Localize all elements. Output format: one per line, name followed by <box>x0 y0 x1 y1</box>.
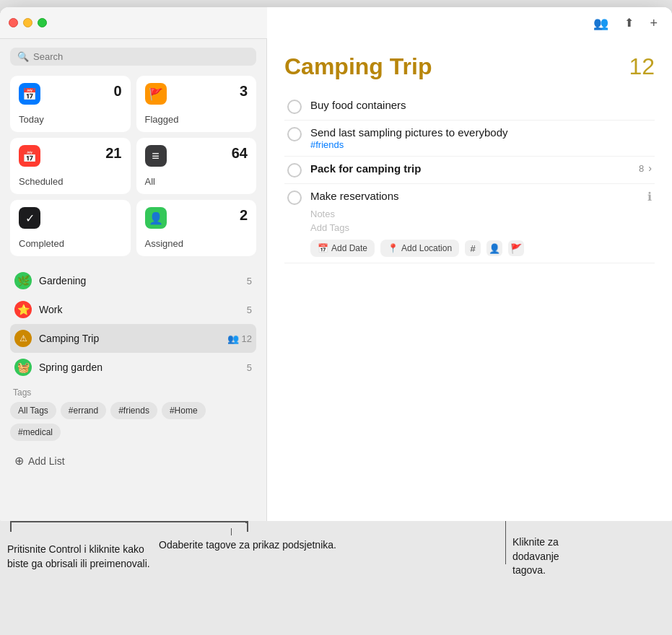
collab-icon-button[interactable]: 👥 <box>590 13 611 34</box>
flagged-count: 3 <box>240 83 248 100</box>
task-checkbox[interactable] <box>287 163 302 178</box>
search-bar[interactable]: 🔍 <box>10 48 256 66</box>
task-title: Pack for camping trip <box>310 162 639 175</box>
smart-list-scheduled[interactable]: 📅 21 Scheduled <box>10 138 131 194</box>
add-task-button[interactable]: + <box>647 13 660 34</box>
notes-field[interactable]: Notes <box>310 208 349 220</box>
assigned-count: 2 <box>240 207 248 224</box>
calendar-icon: 📅 <box>318 243 328 253</box>
share-icon: ⬆ <box>624 17 634 29</box>
smart-list-today[interactable]: 📅 0 Today <box>10 76 131 132</box>
scheduled-count: 21 <box>105 145 121 162</box>
bracket-left-line <box>10 521 12 532</box>
tag-home[interactable]: #Home <box>162 402 206 419</box>
plus-icon: + <box>650 16 658 30</box>
add-date-button[interactable]: 📅 Add Date <box>310 240 375 257</box>
location-icon: 📍 <box>388 243 398 253</box>
flagged-label: Flagged <box>145 114 248 125</box>
all-count: 64 <box>232 145 248 162</box>
smart-list-flagged[interactable]: 🚩 3 Flagged <box>136 76 257 132</box>
list-item-gardening[interactable]: 🌿 Gardening 5 <box>10 266 256 295</box>
search-input[interactable] <box>33 51 249 62</box>
smart-lists-grid: 📅 0 Today 🚩 3 Flagged 📅 21 <box>10 76 256 256</box>
list-item-camping-trip[interactable]: ⚠ Camping Trip 👥 12 <box>10 324 256 353</box>
all-icon: ≡ <box>145 145 167 167</box>
content-body: Camping Trip 12 Buy food containers Send… <box>267 39 672 527</box>
task-title: Buy food containers <box>310 99 652 111</box>
scheduled-label: Scheduled <box>19 176 122 187</box>
tag-medical[interactable]: #medical <box>10 424 61 441</box>
main-header: 👥 ⬆ + <box>267 7 672 39</box>
tag-all-tags[interactable]: All Tags <box>10 402 56 419</box>
task-list: Buy food containers Send last sampling p… <box>284 93 655 263</box>
chevron-right-icon: › <box>648 162 652 174</box>
tags-label: Tags <box>10 387 256 398</box>
task-item-expanded[interactable]: Make reservations ℹ Notes Add Tags 📅 <box>284 184 655 263</box>
work-label: Work <box>39 304 240 315</box>
add-date-label: Add Date <box>331 243 367 253</box>
minimize-button[interactable] <box>23 18 32 27</box>
person-2-icon: 👥 <box>593 17 608 30</box>
tag-friends[interactable]: #friends <box>110 402 157 419</box>
task-tag-link[interactable]: #friends <box>310 139 344 150</box>
main-window: 🔍 📅 0 Today 🚩 3 Flagged <box>0 7 672 527</box>
annotation-middle: Odaberite tagove za prikaz podsjetnika. <box>159 528 375 553</box>
task-checkbox[interactable] <box>287 100 302 114</box>
today-count: 0 <box>113 83 121 100</box>
maximize-button[interactable] <box>38 18 47 27</box>
list-item-spring-garden[interactable]: 🧺 Spring garden 5 <box>10 353 256 382</box>
sidebar: 🔍 📅 0 Today 🚩 3 Flagged <box>0 7 267 527</box>
task-expanded-fields: Notes Add Tags <box>310 208 349 234</box>
annotations-area: Pritisnite Control i kliknite kako biste… <box>0 521 672 635</box>
task-content: Buy food containers <box>310 99 652 111</box>
completed-label: Completed <box>19 238 122 249</box>
gardening-count: 5 <box>247 276 252 286</box>
add-list-label: Add List <box>28 455 65 467</box>
task-content: Make reservations <box>310 190 647 202</box>
tag-errand[interactable]: #errand <box>61 402 106 419</box>
tags-section: Tags All Tags #errand #friends #Home #me… <box>10 387 256 447</box>
list-title: Camping Trip <box>284 53 432 80</box>
all-label: All <box>145 176 248 187</box>
close-button[interactable] <box>9 18 18 27</box>
camping-trip-count: 12 <box>242 333 252 344</box>
camping-trip-label: Camping Trip <box>39 333 220 344</box>
content-title-row: Camping Trip 12 <box>284 53 655 80</box>
task-content: Pack for camping trip <box>310 162 639 175</box>
task-checkbox[interactable] <box>287 127 302 141</box>
list-item-work[interactable]: ⭐ Work 5 <box>10 295 256 324</box>
shared-indicator: 👥 12 <box>227 333 252 344</box>
task-item[interactable]: Send last sampling pictures to everybody… <box>284 121 655 157</box>
annotation-right-text: Kliknite za dodavanje tagova. <box>512 535 628 578</box>
shared-person-icon: 👥 <box>227 333 239 344</box>
traffic-lights <box>9 18 47 27</box>
completed-icon: ✓ <box>19 207 40 229</box>
hashtag-icon-button[interactable]: # <box>465 240 481 256</box>
smart-list-all[interactable]: ≡ 64 All <box>136 138 257 194</box>
smart-list-completed[interactable]: ✓ Completed <box>10 200 131 256</box>
list-count: 12 <box>629 53 655 80</box>
person-icon-button[interactable]: 👤 <box>486 240 502 256</box>
task-checkbox[interactable] <box>287 190 302 205</box>
user-lists: 🌿 Gardening 5 ⭐ Work 5 ⚠ Camping Trip 👥 … <box>10 266 256 382</box>
add-location-button[interactable]: 📍 Add Location <box>380 240 459 257</box>
work-icon: ⭐ <box>14 301 32 318</box>
add-list-button[interactable]: ⊕ Add List <box>10 448 256 473</box>
share-icon-button[interactable]: ⬆ <box>621 13 637 33</box>
camping-trip-icon: ⚠ <box>14 330 32 347</box>
smart-list-assigned[interactable]: 👤 2 Assigned <box>136 200 257 256</box>
annotation-middle-text: Odaberite tagove za prikaz podsjetnika. <box>159 538 375 553</box>
add-tags-field[interactable]: Add Tags <box>310 222 349 234</box>
add-location-label: Add Location <box>401 243 452 253</box>
assigned-label: Assigned <box>145 238 248 249</box>
task-item[interactable]: Buy food containers <box>284 93 655 121</box>
task-title: Send last sampling pictures to everybody <box>310 126 652 139</box>
main-content: Camping Trip 12 Buy food containers Send… <box>267 7 672 527</box>
annotation-left-text: Pritisnite Control i kliknite kako biste… <box>7 543 152 571</box>
flag-icon-button[interactable]: 🚩 <box>508 240 524 256</box>
task-title: Make reservations <box>310 190 647 202</box>
gardening-icon: 🌿 <box>14 272 32 289</box>
task-item[interactable]: Pack for camping trip 8 › <box>284 157 655 184</box>
spring-garden-icon: 🧺 <box>14 359 32 376</box>
assigned-icon: 👤 <box>145 207 167 229</box>
